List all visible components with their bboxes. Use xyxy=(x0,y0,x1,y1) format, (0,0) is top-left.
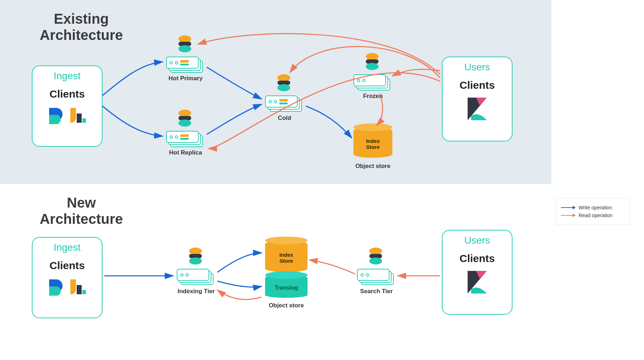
svg-rect-17 xyxy=(77,285,82,294)
svg-rect-18 xyxy=(82,290,86,294)
kibana-icon xyxy=(468,98,487,120)
logstash-icon xyxy=(69,106,87,124)
search-tier-servers xyxy=(357,269,394,285)
svg-point-14 xyxy=(366,53,379,60)
beats-icon xyxy=(48,106,64,124)
legend-read-label: Read operation xyxy=(579,213,613,218)
svg-rect-0 xyxy=(77,114,82,123)
elastic-icon xyxy=(276,74,292,92)
frozen-label: Frozen xyxy=(357,93,389,100)
hot-primary-servers xyxy=(166,57,203,73)
new-translog: Translog xyxy=(265,275,308,298)
existing-users-header: Users xyxy=(448,62,506,73)
new-users-box: Users Clients xyxy=(442,230,513,315)
indexing-tier-servers xyxy=(177,269,213,285)
legend-write: Write operation xyxy=(561,205,625,210)
svg-point-10 xyxy=(178,120,191,127)
indexing-tier-label: Indexing Tier xyxy=(175,288,217,295)
existing-title: Existing Architecture xyxy=(32,11,131,43)
svg-rect-1 xyxy=(82,118,86,123)
svg-point-24 xyxy=(369,248,382,255)
beats-icon xyxy=(48,278,64,296)
legend-write-label: Write operation xyxy=(579,205,612,210)
hot-replica-label: Hot Replica xyxy=(166,149,205,156)
kibana-icon xyxy=(468,271,487,294)
existing-users-clients-label: Clients xyxy=(448,79,506,91)
new-users-header: Users xyxy=(448,235,506,246)
new-ingest-box: Ingest Clients xyxy=(32,237,103,318)
hot-primary-label: Hot Primary xyxy=(166,75,205,82)
svg-point-7 xyxy=(178,45,191,52)
new-title: New Architecture xyxy=(32,194,131,227)
existing-ingest-header: Ingest xyxy=(38,70,96,82)
search-tier-label: Search Tier xyxy=(357,288,396,295)
new-object-store-label: Object store xyxy=(265,302,308,309)
beats-logstash-icons xyxy=(38,278,96,296)
index-store-text: Index Store xyxy=(353,127,392,158)
existing-object-store-label: Object store xyxy=(353,163,392,170)
svg-point-8 xyxy=(178,110,191,117)
svg-point-16 xyxy=(366,63,379,70)
legend-read: Read operation xyxy=(561,213,625,218)
elastic-icon xyxy=(187,248,204,265)
svg-point-5 xyxy=(178,35,191,42)
new-index-store-text: Index Store xyxy=(265,240,308,272)
existing-users-box: Users Clients xyxy=(442,57,513,141)
svg-point-21 xyxy=(189,248,202,255)
existing-ingest-box: Ingest Clients xyxy=(32,65,103,147)
new-users-clients-label: Clients xyxy=(448,252,506,265)
svg-point-11 xyxy=(277,74,290,81)
new-title-text: New Architecture xyxy=(40,195,123,227)
logstash-icon xyxy=(69,278,87,296)
new-ingest-header: Ingest xyxy=(38,242,96,253)
new-index-store: Index Store xyxy=(265,240,308,272)
legend-write-arrow-icon xyxy=(561,207,575,208)
legend-read-arrow-icon xyxy=(561,215,575,216)
legend-box: Write operation Read operation xyxy=(556,198,630,225)
existing-title-text: Existing Architecture xyxy=(40,11,123,43)
existing-index-store: Index Store xyxy=(353,127,392,158)
cold-label: Cold xyxy=(269,115,300,122)
hot-replica-servers xyxy=(166,131,203,147)
cold-servers xyxy=(265,95,302,112)
new-ingest-clients-label: Clients xyxy=(38,260,96,272)
svg-point-13 xyxy=(277,84,290,91)
elastic-icon xyxy=(177,110,193,127)
beats-logstash-icons xyxy=(38,106,96,124)
elastic-icon xyxy=(177,35,193,53)
frozen-servers xyxy=(353,74,390,91)
existing-architecture-panel: Existing Architecture Ingest Clients Use… xyxy=(0,0,551,184)
elastic-icon xyxy=(368,248,384,265)
svg-point-23 xyxy=(189,257,202,265)
elastic-icon xyxy=(364,53,380,71)
new-architecture-panel: New Architecture Ingest Clients Users Cl… xyxy=(0,184,551,360)
svg-point-26 xyxy=(369,257,382,265)
existing-ingest-clients-label: Clients xyxy=(38,88,96,100)
